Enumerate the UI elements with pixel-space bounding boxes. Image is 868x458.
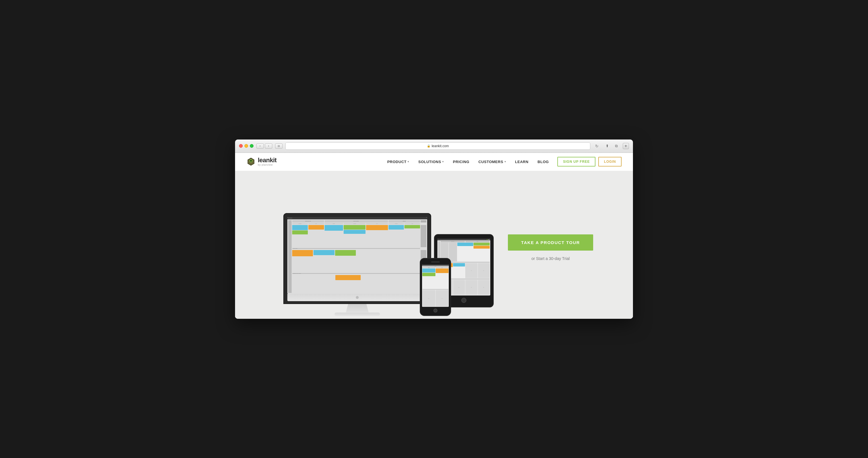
maximize-button[interactable] [250,144,253,148]
imac-camera [356,296,359,299]
nav-link-customers[interactable]: CUSTOMERS ▾ [478,160,506,164]
share-button[interactable]: ⬆ [603,143,611,149]
chevron-down-icon: ▾ [408,160,409,163]
signup-button[interactable]: SIGN UP FREE [557,157,595,166]
imac-stand [346,304,369,313]
nav-item-pricing[interactable]: PRICING [453,160,469,164]
nav-item-learn[interactable]: LEARN [515,160,528,164]
phone-screen: REVIEW In Progress Done [422,264,449,307]
navbar: leankit by planview PRODUCT ▾ SOLUTIONS … [235,153,633,171]
tablet-home-button [461,298,466,303]
board-dot [290,218,291,219]
nav-actions: SIGN UP FREE LOGIN [557,157,622,166]
imac-screen: DESIGN/TRIAGE DEVELOPMENT REVIEW I [287,217,427,294]
nav-link-blog[interactable]: BLOG [537,160,549,164]
chevron-down-icon: ▾ [442,160,444,163]
kanban-board-large: DESIGN/TRIAGE DEVELOPMENT REVIEW I [287,217,427,294]
phone-home-button [433,308,437,313]
nav-item-customers[interactable]: CUSTOMERS ▾ [478,160,506,164]
close-button[interactable] [239,144,243,148]
logo-area[interactable]: leankit by planview [246,157,277,166]
nav-buttons: ‹ › [256,143,272,149]
hero-cta: TAKE A PRODUCT TOUR or Start a 30-day Tr… [497,234,593,261]
imac-device: DESIGN/TRIAGE DEVELOPMENT REVIEW I [283,213,431,316]
minimize-button[interactable] [244,144,248,148]
nav-item-blog[interactable]: BLOG [537,160,549,164]
nav-item-solutions[interactable]: SOLUTIONS ▾ [418,160,444,164]
board-dot [288,218,289,219]
phone-device: REVIEW In Progress Done [420,258,451,316]
hero-section: DESIGN/TRIAGE DEVELOPMENT REVIEW I [235,171,633,319]
browser-actions: ⬆ ⧉ [603,143,620,149]
phone-body: REVIEW In Progress Done [420,258,451,316]
traffic-lights [239,144,253,148]
back-button[interactable]: ‹ [256,143,264,149]
logo-text: leankit by planview [258,157,277,166]
product-tour-button[interactable]: TAKE A PRODUCT TOUR [508,234,593,251]
lock-icon: 🔒 [427,144,430,148]
nav-link-learn[interactable]: LEARN [515,160,528,164]
website-content: leankit by planview PRODUCT ▾ SOLUTIONS … [235,153,633,319]
login-button[interactable]: LOGIN [598,157,622,166]
browser-chrome: ‹ › ⊟ 🔒 leankit.com ↻ ⬆ ⧉ + [235,139,633,153]
nav-link-pricing[interactable]: PRICING [453,160,469,164]
nav-item-product[interactable]: PRODUCT ▾ [387,160,409,164]
logo-sub: by planview [258,163,277,166]
nav-link-product[interactable]: PRODUCT ▾ [387,160,409,164]
chevron-down-icon: ▾ [504,160,506,163]
browser-window: ‹ › ⊟ 🔒 leankit.com ↻ ⬆ ⧉ + [235,139,633,319]
new-tab-button[interactable]: + [623,143,629,149]
imac-chin [287,294,427,301]
window-reader-button[interactable]: ⊟ [275,143,282,149]
logo-icon [246,157,255,166]
imac-screen-wrapper: DESIGN/TRIAGE DEVELOPMENT REVIEW I [283,213,431,304]
devices-container: DESIGN/TRIAGE DEVELOPMENT REVIEW I [275,179,497,316]
trial-text: or Start a 30-day Trial [508,256,593,261]
phone-speaker [431,261,440,263]
address-bar[interactable]: 🔒 leankit.com [285,142,590,150]
nav-links: PRODUCT ▾ SOLUTIONS ▾ PRICING [387,160,549,164]
forward-button[interactable]: › [265,143,272,149]
imac-base [335,313,380,316]
refresh-button[interactable]: ↻ [593,143,600,149]
board-dot [291,218,292,219]
hero-content: DESIGN/TRIAGE DEVELOPMENT REVIEW I [264,179,604,316]
url-text: leankit.com [432,144,449,148]
tabs-button[interactable]: ⧉ [613,143,620,149]
logo-name: leankit [258,157,277,163]
nav-link-solutions[interactable]: SOLUTIONS ▾ [418,160,444,164]
board-header [287,217,427,219]
